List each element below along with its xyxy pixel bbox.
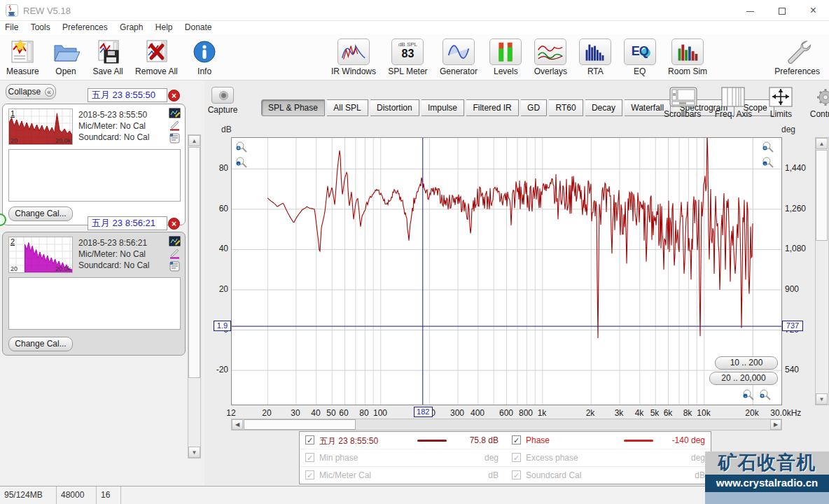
notes-icon[interactable] [169,133,181,144]
trace-legend: ✓ 五月 23 8:55:50 75.8 dB ✓ Phase -140 deg… [299,431,711,484]
watermark-title: 矿石收音机 [705,451,829,475]
zoom-in-y-icon[interactable]: + [235,141,249,155]
scroll-left-icon[interactable]: ◀ [232,419,243,430]
measurement-1-notes-field[interactable] [8,149,181,202]
checkbox-mic-meter-cal[interactable]: ✓ [305,470,314,479]
info-button[interactable]: Info [190,38,219,76]
capture-button[interactable]: Capture [207,87,238,115]
cursor-freq-readout: 182 [414,407,433,417]
rta-icon [579,38,611,65]
measurement-2-delete-button[interactable]: × [168,218,180,230]
spl-phase-plot[interactable]: + - + - - + 10 .. 200 20 .. 20,000 1.9 7… [231,137,782,405]
measure-button[interactable]: Measure [6,38,39,76]
scroll-right-icon[interactable]: ▶ [770,419,781,430]
watermark: 矿石收音机 www.crystalradio.cn [705,451,829,504]
tab-impulse[interactable]: Impulse [422,99,464,116]
menu-tools[interactable]: Tools [26,21,55,34]
tab-filtered-ir[interactable]: Filtered IR [466,99,518,116]
trace-color-icon[interactable] [169,248,181,259]
scroll-down-icon[interactable]: ▼ [816,393,828,405]
rta-button[interactable]: RTA [579,38,611,76]
measurement-2-card[interactable]: 2 20 20.0k 2018-5-23 8:56:21 Mic/Meter: … [2,232,186,356]
scrollbars-icon [664,86,701,108]
trace-line-sample [417,440,447,442]
checkbox-soundcard-cal[interactable]: ✓ [512,470,521,479]
scroll-up-icon[interactable]: ▲ [188,135,200,146]
plot-horizontal-scrollbar[interactable]: ◀ ▶ [231,419,782,430]
window-title: REW V5.18 [23,6,71,16]
legend-mic-meter-cal: ✓ Mic/Meter Cal dB [300,467,506,484]
open-button[interactable]: Open [51,38,81,76]
range-10-200-button[interactable]: 10 .. 200 [715,356,778,370]
tab-all-spl[interactable]: All SPL [327,99,368,116]
svg-text:-: - [744,393,746,399]
measurement-2-title-field[interactable]: 五月 23 8:56:21 [88,216,167,230]
levels-button[interactable]: 036 Levels [489,38,522,76]
zoom-out-y-icon[interactable]: - [235,156,249,170]
room-sim-button[interactable]: Room Sim [668,38,707,76]
preferences-button[interactable]: Preferences [774,38,820,76]
svg-text:6: 6 [505,54,507,58]
minimize-button[interactable] [734,0,766,21]
svg-text:3: 3 [505,48,507,52]
zoom-out-x-icon[interactable]: - [741,388,755,402]
eq-button[interactable]: EQ EQ [624,38,656,76]
measurement-2-notes-field[interactable] [8,277,181,330]
save-all-button[interactable]: Save All [92,38,123,76]
menu-file[interactable]: File [0,21,23,34]
menu-donate[interactable]: Donate [180,21,217,34]
generator-button[interactable]: Generator [440,38,478,76]
tab-gd[interactable]: GD [521,99,547,116]
ir-windows-button[interactable]: IR Windows [331,38,376,76]
trace-settings-icon[interactable] [169,236,181,246]
open-folder-icon [51,38,81,65]
tab-spl-phase[interactable]: SPL & Phase [261,99,325,116]
scroll-down-icon[interactable]: ▼ [188,447,200,458]
range-20-20000-button[interactable]: 20 .. 20,000 [709,372,778,385]
freq-axis-button[interactable]: Freq. Axis [715,86,752,119]
trace-color-icon[interactable] [169,120,181,131]
limits-button[interactable]: Limits [765,86,796,119]
trace-settings-icon[interactable] [169,108,181,118]
maximize-button[interactable] [766,0,797,21]
legend-phase: ✓ Phase -140 deg [506,432,712,449]
menu-help[interactable]: Help [151,21,178,34]
measurement-1-card[interactable]: 1 20 20.0k 2018-5-23 8:55:50 Mic/Meter: … [2,104,186,225]
remove-all-button[interactable]: Remove All [135,38,178,76]
measurement-1-delete-button[interactable]: × [168,90,180,102]
measurement-2-thumbnail: 2 20 20.0k [8,237,73,273]
zoom-out-y2-icon[interactable]: - [761,156,775,170]
checkbox-phase[interactable]: ✓ [512,435,521,444]
checkbox-excess-phase[interactable]: ✓ [512,453,521,462]
svg-text:-: - [237,160,239,167]
menu-preferences[interactable]: Preferences [57,21,113,34]
tab-decay[interactable]: Decay [585,99,622,116]
freq-axis-icon [715,86,752,108]
scroll-up-icon[interactable]: ▲ [816,138,828,149]
collapse-chevrons-icon: « [45,88,54,97]
notes-icon[interactable] [169,261,181,272]
measurement-2-info: 2018-5-23 8:56:21 Mic/Meter: No Cal Soun… [78,237,161,271]
scrollbars-button[interactable]: Scrollbars [664,86,701,119]
controls-button[interactable]: Controls [810,86,829,119]
spl-meter-button[interactable]: dB SPL 83 SPL Meter [388,38,427,76]
measurements-scrollbar[interactable]: ▲ ▼ [188,134,201,458]
zoom-in-y2-icon[interactable]: + [761,141,775,155]
checkbox-measurement[interactable]: ✓ [305,435,314,444]
checkbox-min-phase[interactable]: ✓ [305,453,314,462]
overlays-button[interactable]: Overlays [534,38,567,76]
plot-vertical-scrollbar[interactable]: ▲ ▼ [815,137,829,405]
close-button[interactable]: × [797,0,829,21]
measurement-1-title-field[interactable]: 五月 23 8:55:50 [88,88,167,102]
measurement-mic-cal: Mic/Meter: No Cal [78,120,161,132]
collapse-button[interactable]: Collapse « [6,84,56,99]
zoom-in-x-icon[interactable]: + [758,388,772,402]
limits-icon [765,86,796,108]
measurement-2-change-cal-button[interactable]: Change Cal... [8,337,73,351]
menu-graph[interactable]: Graph [115,21,148,34]
trace-line-sample [624,440,653,442]
measurement-1-change-cal-button[interactable]: Change Cal... [8,206,73,221]
info-icon [190,38,219,65]
tab-rt60[interactable]: RT60 [549,99,583,116]
tab-distortion[interactable]: Distortion [370,99,419,116]
